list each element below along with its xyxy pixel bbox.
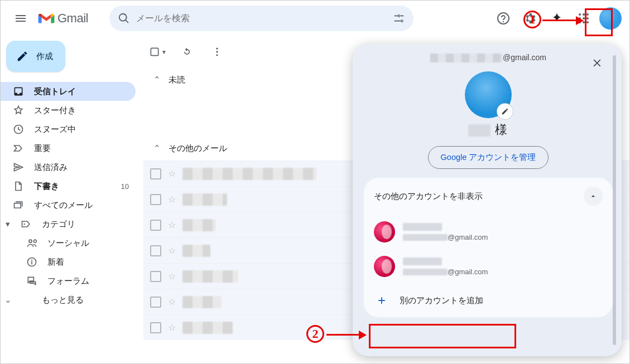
account-avatar-button[interactable] xyxy=(599,7,622,30)
support-button[interactable] xyxy=(492,7,514,30)
avatar-icon xyxy=(374,221,395,242)
gmail-logo-text: Gmail xyxy=(57,11,88,26)
account-avatar-large[interactable] xyxy=(465,71,512,118)
clock-icon xyxy=(13,124,24,135)
email-domain: @gmail.com xyxy=(448,233,488,241)
star-icon xyxy=(13,105,24,116)
add-account-button[interactable]: + 別のアカウントを追加 xyxy=(364,284,613,317)
close-panel-button[interactable] xyxy=(587,53,607,73)
settings-button[interactable] xyxy=(519,7,541,30)
compose-button[interactable]: 作成 xyxy=(6,41,65,72)
redacted-email-local xyxy=(430,54,503,62)
row-checkbox[interactable] xyxy=(150,322,161,333)
svg-rect-2 xyxy=(398,14,400,18)
row-star-icon[interactable]: ☆ xyxy=(168,194,176,205)
svg-rect-5 xyxy=(402,20,403,23)
sidebar-item-label: すべてのメール xyxy=(34,200,93,211)
svg-point-15 xyxy=(586,21,589,23)
hide-others-label: その他のアカウントを非表示 xyxy=(374,191,483,202)
sidebar-item-snoozed[interactable]: スヌーズ中 xyxy=(1,120,136,139)
main-menu-button[interactable] xyxy=(8,6,33,31)
sidebar: 作成 受信トレイ スター付き スヌーズ中 重要 送信済み 下書き 10 すべての… xyxy=(1,36,143,363)
sidebar-item-starred[interactable]: スター付き xyxy=(1,101,136,120)
sidebar-item-label: 下書き xyxy=(34,181,59,192)
row-checkbox[interactable] xyxy=(150,220,161,231)
search-input[interactable] xyxy=(136,13,387,23)
redacted-content xyxy=(182,193,227,206)
svg-point-7 xyxy=(579,13,581,16)
row-checkbox[interactable] xyxy=(150,271,161,282)
sidebar-item-social[interactable]: ソーシャル xyxy=(1,234,136,253)
row-star-icon[interactable]: ☆ xyxy=(168,168,176,179)
chevron-up-icon: ⌃ xyxy=(153,75,161,84)
redacted-name xyxy=(403,258,442,265)
apps-grid-icon xyxy=(578,13,589,24)
row-checkbox[interactable] xyxy=(150,245,161,256)
sidebar-item-categories[interactable]: ▾ カテゴリ xyxy=(1,215,136,234)
svg-point-8 xyxy=(583,13,585,16)
select-all-checkbox[interactable]: ▼ xyxy=(149,46,167,57)
help-icon xyxy=(497,12,510,25)
sidebar-item-updates[interactable]: 新着 xyxy=(1,253,136,271)
row-star-icon[interactable]: ☆ xyxy=(168,322,176,333)
redacted-content xyxy=(182,322,233,334)
other-account-row[interactable]: @gmail.com xyxy=(364,215,613,249)
svg-point-18 xyxy=(29,240,32,242)
search-icon xyxy=(118,12,130,25)
app-header: Gmail xyxy=(1,1,629,36)
gemini-button[interactable] xyxy=(546,7,568,30)
sidebar-item-sent[interactable]: 送信済み xyxy=(1,158,136,177)
search-bar[interactable] xyxy=(109,6,413,31)
svg-point-12 xyxy=(586,17,589,20)
other-account-row[interactable]: @gmail.com xyxy=(364,249,613,284)
svg-point-17 xyxy=(23,224,25,225)
account-display-name: 様 xyxy=(359,122,617,138)
redacted-content xyxy=(182,270,238,283)
redacted-email-local xyxy=(403,234,448,241)
edit-avatar-button[interactable] xyxy=(497,104,513,119)
info-icon xyxy=(26,256,37,268)
row-star-icon[interactable]: ☆ xyxy=(168,220,176,230)
sparkle-icon xyxy=(550,12,564,25)
redacted-name xyxy=(468,124,490,137)
section-label: その他のメール xyxy=(169,143,227,154)
row-star-icon[interactable]: ☆ xyxy=(168,297,176,307)
svg-point-10 xyxy=(579,17,581,20)
row-star-icon[interactable]: ☆ xyxy=(168,271,176,282)
caret-down-icon: ▼ xyxy=(161,49,167,55)
sidebar-item-forums[interactable]: フォーラム xyxy=(1,271,136,290)
email-domain: @gmail.com xyxy=(448,268,488,276)
row-checkbox[interactable] xyxy=(150,194,161,205)
search-button[interactable] xyxy=(113,7,135,30)
row-star-icon[interactable]: ☆ xyxy=(168,245,176,256)
manage-account-button[interactable]: Google アカウントを管理 xyxy=(428,146,549,169)
current-account-email: @gmail.com xyxy=(359,50,617,62)
sidebar-item-more[interactable]: ⌄ もっと見る xyxy=(1,290,136,309)
sidebar-item-inbox[interactable]: 受信トレイ xyxy=(1,82,136,101)
refresh-button[interactable] xyxy=(177,42,197,62)
sidebar-item-important[interactable]: 重要 xyxy=(1,139,136,158)
gmail-logo[interactable]: Gmail xyxy=(37,11,88,26)
svg-point-13 xyxy=(579,21,581,23)
sidebar-item-label: カテゴリ xyxy=(42,219,75,230)
sidebar-item-label: フォーラム xyxy=(47,276,89,287)
search-options-button[interactable] xyxy=(388,7,410,30)
more-button[interactable] xyxy=(207,42,227,62)
row-checkbox[interactable] xyxy=(150,168,161,179)
redacted-content xyxy=(182,168,316,180)
chevron-up-icon: ⌃ xyxy=(153,144,161,153)
google-apps-button[interactable] xyxy=(573,7,595,30)
account-meta: @gmail.com xyxy=(403,223,488,241)
svg-point-22 xyxy=(216,51,218,52)
svg-rect-0 xyxy=(395,16,398,17)
row-checkbox[interactable] xyxy=(150,297,161,308)
sidebar-item-allmail[interactable]: すべてのメール xyxy=(1,196,136,215)
sidebar-item-count: 10 xyxy=(121,182,129,191)
sidebar-item-label: ソーシャル xyxy=(47,238,89,249)
chevron-up-icon xyxy=(584,187,603,206)
panel-scrollbar[interactable] xyxy=(613,55,616,345)
svg-rect-4 xyxy=(403,21,403,22)
gmail-logo-icon xyxy=(37,12,55,25)
sidebar-item-drafts[interactable]: 下書き 10 xyxy=(1,177,136,196)
hide-other-accounts-toggle[interactable]: その他のアカウントを非表示 xyxy=(364,178,613,215)
